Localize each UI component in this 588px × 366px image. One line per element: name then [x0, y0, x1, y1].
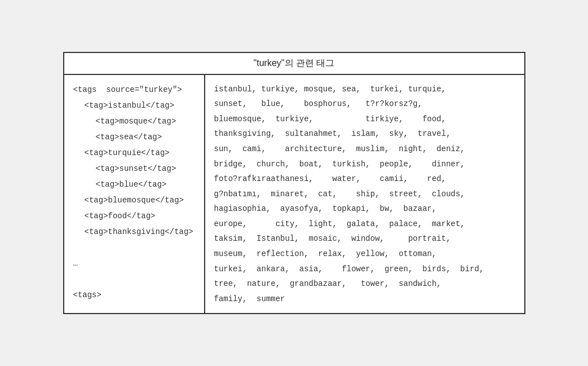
table-title: "turkey"의 관련 태그 [64, 53, 524, 75]
xml-line-12: … [73, 255, 195, 271]
xml-line-6: <tag>sunset</tag> [73, 161, 195, 177]
xml-line-4: <tag>sea</tag> [73, 129, 195, 145]
xml-column: <tags source="turkey"> <tag>istanbul</ta… [64, 75, 205, 314]
xml-line-13 [73, 271, 195, 287]
xml-line-3: <tag>mosque</tag> [73, 113, 195, 129]
xml-line-14: <tags> [73, 287, 195, 303]
xml-line-2: <tag>istanbul</tag> [73, 98, 195, 113]
tags-content: istanbul, turkiye, mosque, sea, turkei, … [214, 85, 484, 303]
xml-line-10: <tag>thanksgiving</tag> [73, 224, 195, 240]
xml-line-7: <tag>blue</tag> [73, 177, 195, 192]
xml-line-5: <tag>turquie</tag> [73, 145, 195, 161]
xml-line-11 [73, 240, 195, 255]
main-table: "turkey"의 관련 태그 <tags source="turkey"> <… [63, 52, 525, 315]
xml-line-1: <tags source="turkey"> [73, 82, 195, 98]
table-body: <tags source="turkey"> <tag>istanbul</ta… [64, 75, 524, 314]
xml-line-9: <tag>food</tag> [73, 208, 195, 224]
tags-column: istanbul, turkiye, mosque, sea, turkei, … [205, 75, 524, 314]
xml-line-8: <tag>bluemosque</tag> [73, 192, 195, 208]
